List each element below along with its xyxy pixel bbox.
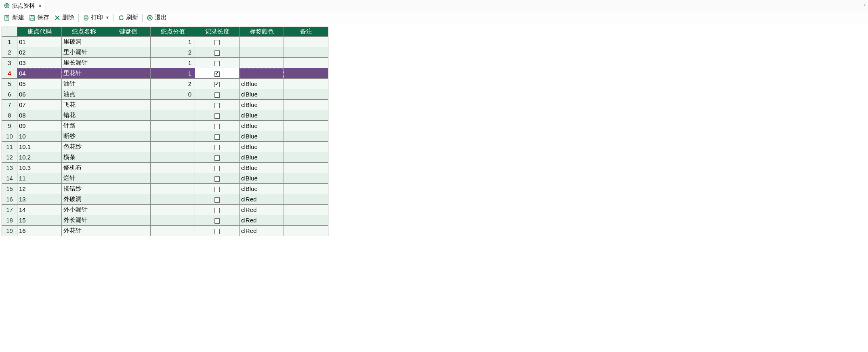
cell-name[interactable]: 烂针 <box>62 173 106 184</box>
cell-name[interactable]: 外小漏针 <box>62 205 106 215</box>
header-name[interactable]: 疵点名称 <box>62 27 106 37</box>
cell-score[interactable] <box>151 152 195 163</box>
table-row[interactable]: 1613外破洞clRed <box>2 194 328 205</box>
cell-reclen[interactable] <box>195 194 240 205</box>
cell-remark[interactable] <box>284 58 328 68</box>
row-number[interactable]: 1 <box>2 37 17 47</box>
cell-score[interactable] <box>151 131 195 142</box>
checkbox-reclen[interactable] <box>214 50 220 56</box>
table-row[interactable]: 1110.1色花纱clBlue <box>2 142 328 152</box>
cell-remark[interactable] <box>284 184 328 194</box>
checkbox-reclen[interactable] <box>214 155 220 161</box>
cell-key[interactable] <box>106 131 151 142</box>
cell-key[interactable] <box>106 37 151 47</box>
cell-label_color[interactable] <box>240 37 284 47</box>
cell-reclen[interactable] <box>195 215 240 226</box>
header-remark[interactable]: 备注 <box>284 27 328 37</box>
cell-label_color[interactable]: clRed <box>240 215 284 226</box>
table-row[interactable]: 505油针2clBlue <box>2 79 328 89</box>
cell-code[interactable]: 10.2 <box>17 152 62 163</box>
cell-reclen[interactable] <box>195 121 240 131</box>
cell-label_color[interactable]: clRed <box>240 194 284 205</box>
cell-code[interactable]: 07 <box>17 100 62 110</box>
cell-remark[interactable] <box>284 89 328 100</box>
cell-label_color[interactable]: clBlue <box>240 121 284 131</box>
cell-reclen[interactable] <box>195 184 240 194</box>
cell-key[interactable] <box>106 79 151 89</box>
cell-reclen[interactable] <box>195 89 240 100</box>
header-label-color[interactable]: 标签颜色 <box>240 27 284 37</box>
cell-code[interactable]: 05 <box>17 79 62 89</box>
table-row[interactable]: 1714外小漏针clRed <box>2 205 328 215</box>
cell-code[interactable]: 10.1 <box>17 142 62 152</box>
cell-remark[interactable] <box>284 152 328 163</box>
cell-score[interactable]: 1 <box>151 37 195 47</box>
header-score[interactable]: 疵点分值 <box>151 27 195 37</box>
checkbox-reclen[interactable] <box>214 113 220 119</box>
cell-reclen[interactable] <box>195 68 240 79</box>
cell-remark[interactable] <box>284 142 328 152</box>
cell-key[interactable] <box>106 89 151 100</box>
cell-remark[interactable] <box>284 173 328 184</box>
cell-key[interactable] <box>106 215 151 226</box>
cell-key[interactable] <box>106 58 151 68</box>
cell-code[interactable]: 09 <box>17 121 62 131</box>
table-row[interactable]: 1010断纱clBlue <box>2 131 328 142</box>
checkbox-reclen[interactable] <box>214 103 220 108</box>
cell-reclen[interactable] <box>195 205 240 215</box>
checkbox-reclen[interactable] <box>214 82 220 87</box>
cell-key[interactable] <box>106 184 151 194</box>
cell-reclen[interactable] <box>195 173 240 184</box>
checkbox-reclen[interactable] <box>214 124 220 129</box>
cell-label_color[interactable]: clBlue <box>240 142 284 152</box>
cell-score[interactable] <box>151 194 195 205</box>
cell-label_color[interactable]: clBlue <box>240 152 284 163</box>
cell-score[interactable] <box>151 215 195 226</box>
cell-score[interactable] <box>151 142 195 152</box>
cell-score[interactable]: 0 <box>151 89 195 100</box>
cell-name[interactable]: 色花纱 <box>62 142 106 152</box>
table-row[interactable]: 1512接错纱clBlue <box>2 184 328 194</box>
cell-code[interactable]: 01 <box>17 37 62 47</box>
table-row[interactable]: 1411烂针clBlue <box>2 173 328 184</box>
cell-code[interactable]: 02 <box>17 47 62 58</box>
table-row[interactable]: 909针路clBlue <box>2 121 328 131</box>
table-row[interactable]: 404里花针1 <box>2 68 328 79</box>
row-number[interactable]: 3 <box>2 58 17 68</box>
table-row[interactable]: 808错花clBlue <box>2 110 328 121</box>
cell-name[interactable]: 针路 <box>62 121 106 131</box>
cell-code[interactable]: 12 <box>17 184 62 194</box>
cell-reclen[interactable] <box>195 37 240 47</box>
cell-reclen[interactable] <box>195 152 240 163</box>
cell-reclen[interactable] <box>195 79 240 89</box>
cell-name[interactable]: 飞花 <box>62 100 106 110</box>
cell-reclen[interactable] <box>195 47 240 58</box>
cell-key[interactable] <box>106 68 151 79</box>
cell-score[interactable] <box>151 100 195 110</box>
cell-label_color[interactable]: clRed <box>240 205 284 215</box>
row-number[interactable]: 7 <box>2 100 17 110</box>
row-number[interactable]: 2 <box>2 47 17 58</box>
chevron-right-icon[interactable]: › <box>864 2 866 7</box>
row-number[interactable]: 14 <box>2 173 17 184</box>
save-button[interactable]: 保存 <box>27 13 51 22</box>
cell-score[interactable]: 2 <box>151 79 195 89</box>
checkbox-reclen[interactable] <box>214 92 220 98</box>
table-row[interactable]: 606油点0clBlue <box>2 89 328 100</box>
cell-remark[interactable] <box>284 121 328 131</box>
cell-reclen[interactable] <box>195 131 240 142</box>
row-number[interactable]: 17 <box>2 205 17 215</box>
cell-label_color[interactable]: clBlue <box>240 184 284 194</box>
table-row[interactable]: 1815外长漏针clRed <box>2 215 328 226</box>
cell-key[interactable] <box>106 152 151 163</box>
cell-remark[interactable] <box>284 226 328 236</box>
checkbox-reclen[interactable] <box>214 166 220 171</box>
cell-remark[interactable] <box>284 194 328 205</box>
cell-score[interactable]: 2 <box>151 47 195 58</box>
cell-score[interactable]: 1 <box>151 58 195 68</box>
cell-name[interactable]: 断纱 <box>62 131 106 142</box>
cell-score[interactable] <box>151 226 195 236</box>
cell-score[interactable]: 1 <box>151 68 195 79</box>
row-number[interactable]: 18 <box>2 215 17 226</box>
checkbox-reclen[interactable] <box>214 229 220 234</box>
